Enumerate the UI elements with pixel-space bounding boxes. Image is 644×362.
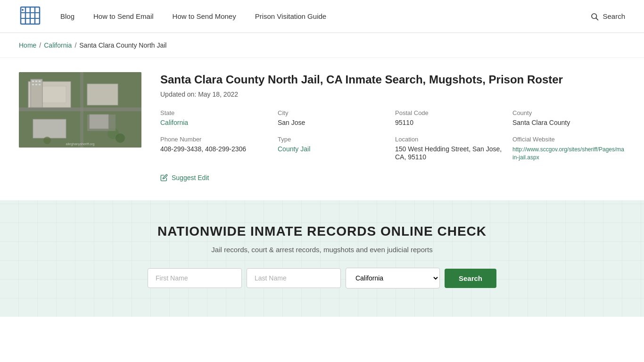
svg-point-6	[22, 9, 24, 11]
postal-value: 95110	[395, 119, 413, 126]
svg-rect-27	[39, 84, 41, 85]
search-icon	[590, 12, 599, 21]
website-cell: Official Website http://www.sccgov.org/s…	[512, 136, 625, 161]
logo[interactable]	[19, 4, 41, 28]
info-section: Santa Clara County North Jail, CA Inmate…	[160, 72, 625, 181]
updated-date: Updated on: May 18, 2022	[160, 90, 625, 98]
svg-rect-11	[80, 72, 83, 148]
type-value[interactable]: County Jail	[278, 145, 310, 153]
breadcrumb-state[interactable]: California	[44, 41, 72, 49]
city-cell: City San Jose	[278, 109, 390, 126]
svg-line-8	[596, 18, 598, 20]
nav-blog[interactable]: Blog	[60, 12, 74, 20]
suggest-edit[interactable]: Suggest Edit	[160, 174, 625, 181]
svg-rect-23	[35, 81, 37, 82]
breadcrumb: Home / California / Santa Clara County N…	[0, 33, 644, 58]
bottom-section: NATIONWIDE INMATE RECORDS ONLINE CHECK J…	[0, 200, 644, 317]
website-label: Official Website	[512, 136, 625, 143]
svg-point-19	[116, 133, 125, 143]
header-search[interactable]: Search	[590, 12, 625, 21]
svg-rect-17	[33, 119, 66, 138]
breadcrumb-home[interactable]: Home	[19, 41, 36, 49]
breadcrumb-current: Santa Clara County North Jail	[79, 41, 166, 49]
website-value[interactable]: http://www.sccgov.org/sites/sheriff/Page…	[512, 146, 624, 161]
jail-image: alleghanysheriff.org	[19, 72, 141, 148]
main-content: alleghanysheriff.org Santa Clara County …	[0, 58, 644, 200]
suggest-edit-label: Suggest Edit	[172, 174, 209, 181]
state-value[interactable]: California	[160, 119, 188, 126]
county-cell: County Santa Clara County	[512, 109, 625, 126]
nav-send-money[interactable]: How to Send Money	[173, 12, 236, 20]
phone-label: Phone Number	[160, 136, 273, 143]
phone-cell: Phone Number 408-299-3438, 408-299-2306	[160, 136, 273, 161]
svg-rect-14	[31, 79, 42, 107]
edit-icon	[160, 174, 168, 181]
svg-rect-15	[87, 84, 118, 105]
nationwide-title: NATIONWIDE INMATE RECORDS ONLINE CHECK	[19, 224, 625, 239]
state-cell: State California	[160, 109, 273, 126]
type-cell: Type County Jail	[278, 136, 390, 161]
postal-label: Postal Code	[395, 109, 508, 116]
svg-rect-26	[35, 84, 37, 85]
svg-rect-24	[39, 81, 41, 82]
search-label: Search	[603, 12, 625, 20]
svg-rect-25	[32, 84, 34, 85]
svg-text:alleghanysheriff.org: alleghanysheriff.org	[66, 142, 95, 146]
breadcrumb-sep-1: /	[39, 41, 41, 49]
search-form: AlabamaAlaskaArizonaArkansasCaliforniaCo…	[19, 268, 625, 288]
last-name-input[interactable]	[247, 268, 341, 288]
location-cell: Location 150 West Hedding Street, San Jo…	[395, 136, 508, 161]
nav-visitation[interactable]: Prison Visitation Guide	[255, 12, 326, 20]
state-label: State	[160, 109, 273, 116]
county-value: Santa Clara County	[512, 119, 570, 126]
svg-rect-22	[32, 81, 34, 82]
facility-title: Santa Clara County North Jail, CA Inmate…	[160, 72, 625, 87]
county-label: County	[512, 109, 625, 116]
nav-send-email[interactable]: How to Send Email	[93, 12, 154, 20]
location-label: Location	[395, 136, 508, 143]
svg-point-20	[43, 137, 51, 144]
nav: Blog How to Send Email How to Send Money…	[60, 12, 590, 20]
location-value: 150 West Hedding Street, San Jose, CA, 9…	[395, 145, 502, 161]
city-value: San Jose	[278, 119, 305, 126]
city-label: City	[278, 109, 390, 116]
info-grid: State California City San Jose Postal Co…	[160, 109, 625, 161]
search-button[interactable]: Search	[445, 269, 496, 288]
svg-rect-21	[87, 115, 116, 131]
phone-value: 408-299-3438, 408-299-2306	[160, 145, 246, 153]
nationwide-subtitle: Jail records, court & arrest records, mu…	[19, 246, 625, 254]
postal-cell: Postal Code 95110	[395, 109, 508, 126]
first-name-input[interactable]	[148, 268, 242, 288]
state-select[interactable]: AlabamaAlaskaArizonaArkansasCaliforniaCo…	[346, 268, 440, 288]
type-label: Type	[278, 136, 390, 143]
breadcrumb-sep-2: /	[74, 41, 76, 49]
header: Blog How to Send Email How to Send Money…	[0, 0, 644, 33]
